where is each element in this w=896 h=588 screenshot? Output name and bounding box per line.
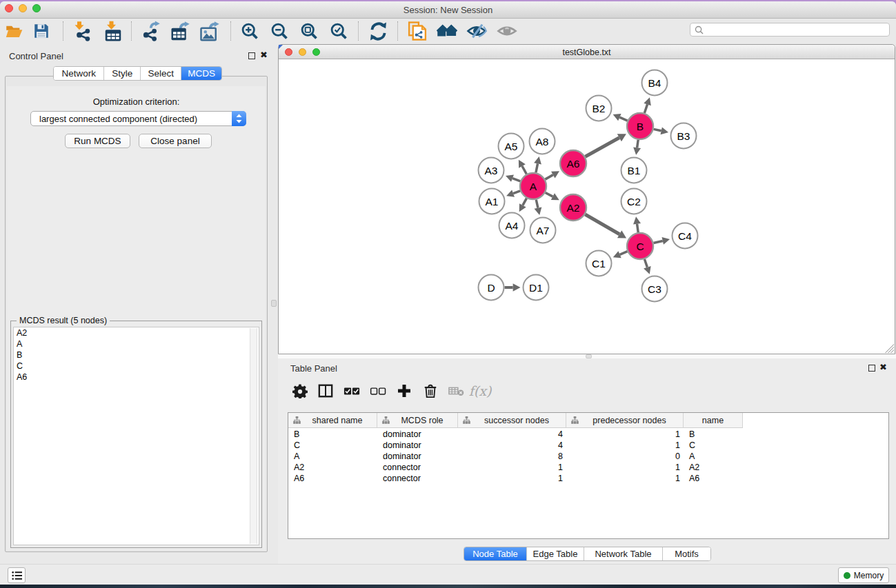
import-table-button[interactable] xyxy=(102,20,124,42)
column-settings-button[interactable] xyxy=(290,381,310,401)
search-field[interactable] xyxy=(690,23,890,37)
column-header-name[interactable]: name xyxy=(684,413,743,428)
table-row-B[interactable]: Bdominator41B xyxy=(288,429,890,440)
vertical-divider-grip[interactable] xyxy=(271,300,277,307)
trash-icon xyxy=(423,383,438,398)
control-panel-tab-select[interactable]: Select xyxy=(141,67,182,80)
import-network-icon xyxy=(72,21,93,41)
network-graph[interactable]: B4B2BB3A8A5A6A3B1AA1C2A2A4A7C4CC1C3DD1 xyxy=(279,59,895,353)
export-network-button[interactable] xyxy=(139,20,161,42)
table-row-A2[interactable]: A2connector11A2 xyxy=(288,462,890,473)
add-row-button[interactable] xyxy=(394,381,415,401)
edge-B-B1[interactable] xyxy=(637,140,639,148)
table-cell: connector xyxy=(383,474,421,483)
edge-A-A1[interactable] xyxy=(513,191,520,194)
edge-A-A8[interactable] xyxy=(536,163,538,172)
window-resize-grip[interactable] xyxy=(885,344,894,353)
edge-A-A6[interactable] xyxy=(545,175,552,179)
split-view-button[interactable] xyxy=(315,381,336,401)
column-header-shared-name[interactable]: shared name xyxy=(288,413,377,428)
zoom-in-icon xyxy=(240,21,259,41)
edge-C-C4[interactable] xyxy=(653,241,662,243)
mcds-result-item[interactable]: A xyxy=(14,338,259,349)
apply-layout-button[interactable] xyxy=(367,20,389,42)
delete-row-button[interactable] xyxy=(420,381,441,401)
main-toolbar xyxy=(0,19,896,44)
edge-B-B3[interactable] xyxy=(654,129,661,130)
run-mcds-button[interactable]: Run MCDS xyxy=(65,134,130,148)
export-table-button[interactable] xyxy=(169,20,191,42)
close-panel-button[interactable]: Close panel xyxy=(139,134,212,148)
column-header-MCDS-role[interactable]: MCDS role xyxy=(377,413,458,428)
open-session-button[interactable] xyxy=(3,20,25,42)
network-canvas[interactable]: B4B2BB3A8A5A6A3B1AA1C2A2A4A7C4CC1C3DD1 xyxy=(279,59,895,354)
edge-A-A2[interactable] xyxy=(546,192,553,196)
control-panel-tab-mcds[interactable]: MCDS xyxy=(181,67,221,80)
graph-node-label-C4: C4 xyxy=(678,230,692,242)
edge-B-B2[interactable] xyxy=(619,117,627,121)
edge-C-C2[interactable] xyxy=(637,224,639,232)
export-image-button[interactable] xyxy=(199,20,221,42)
network-window-titlebar[interactable]: testGlobe.txt xyxy=(279,45,895,59)
toolbar-separator xyxy=(63,21,63,41)
table-tab-edge-table[interactable]: Edge Table xyxy=(527,547,584,560)
eye-icon xyxy=(497,21,517,41)
table-tab-node-table[interactable]: Node Table xyxy=(464,547,527,560)
result-list-scrollbar[interactable] xyxy=(250,328,257,544)
edge-A-A3[interactable] xyxy=(512,179,520,181)
mcds-result-item[interactable]: C xyxy=(14,361,259,372)
edge-C-C3[interactable] xyxy=(644,259,647,267)
graph-node-label-B3: B3 xyxy=(677,130,690,142)
zoom-fit-button[interactable] xyxy=(298,20,320,42)
save-session-button[interactable] xyxy=(30,20,52,42)
zoom-out-button[interactable] xyxy=(268,20,290,42)
mcds-result-item[interactable]: A6 xyxy=(14,372,259,383)
mcds-result-list[interactable]: A2ABCA6 xyxy=(13,327,259,545)
delete-table-button[interactable] xyxy=(446,381,467,401)
table-tab-motifs[interactable]: Motifs xyxy=(663,547,710,560)
table-panel-close-button[interactable]: ✖ xyxy=(879,362,887,372)
memory-button[interactable]: Memory xyxy=(838,567,889,583)
zoom-in-button[interactable] xyxy=(239,20,261,42)
graph-node-label-A1: A1 xyxy=(486,196,499,207)
hide-selection-button[interactable] xyxy=(466,20,488,42)
select-all-button[interactable] xyxy=(341,381,362,401)
table-tab-network-table[interactable]: Network Table xyxy=(584,547,663,560)
column-header-successor-nodes[interactable]: successor nodes xyxy=(458,413,566,428)
export-network-icon xyxy=(140,21,161,41)
edge-C-C1[interactable] xyxy=(620,252,628,255)
table-cell: C xyxy=(294,440,300,450)
edge-A-A4[interactable] xyxy=(523,199,527,205)
search-input[interactable] xyxy=(704,24,889,35)
table-cell: 4 xyxy=(458,429,563,439)
graph-node-label-D: D xyxy=(487,282,495,294)
column-header-predecessor-nodes[interactable]: predecessor nodes xyxy=(566,413,684,428)
edge-A2-C[interactable] xyxy=(585,214,619,234)
edge-A6-B[interactable] xyxy=(585,138,619,156)
control-panel-close-button[interactable]: ✖ xyxy=(260,50,268,60)
import-network-button[interactable] xyxy=(72,20,94,42)
table-row-C[interactable]: Cdominator41C xyxy=(288,440,890,451)
control-panel-float-button[interactable] xyxy=(248,52,255,59)
new-network-from-selection-button[interactable] xyxy=(406,20,428,42)
table-row-A6[interactable]: A6connector11A6 xyxy=(288,473,890,484)
table-panel-float-button[interactable] xyxy=(868,365,875,372)
gear-icon xyxy=(292,383,308,398)
table-cell: A xyxy=(689,452,695,461)
show-all-button[interactable] xyxy=(496,20,518,42)
zoom-selected-button[interactable] xyxy=(328,20,350,42)
control-panel-tab-network[interactable]: Network xyxy=(54,67,104,80)
criterion-dropdown[interactable]: largest connected component (directed) xyxy=(30,111,246,126)
table-row-A[interactable]: Adominator80A xyxy=(288,451,890,462)
first-neighbors-button[interactable] xyxy=(436,20,458,42)
function-builder-button[interactable]: f(x) xyxy=(470,381,490,401)
mcds-result-item[interactable]: A2 xyxy=(14,327,259,338)
mcds-result-item[interactable]: B xyxy=(14,349,259,361)
edge-A-A7[interactable] xyxy=(536,200,538,208)
vertical-split-divider[interactable] xyxy=(270,44,278,564)
deselect-all-button[interactable] xyxy=(368,381,388,401)
edge-B-B4[interactable] xyxy=(644,104,647,113)
control-panel-tab-style[interactable]: Style xyxy=(104,67,141,80)
task-history-button[interactable] xyxy=(8,567,26,583)
edge-A-A5[interactable] xyxy=(522,166,526,174)
